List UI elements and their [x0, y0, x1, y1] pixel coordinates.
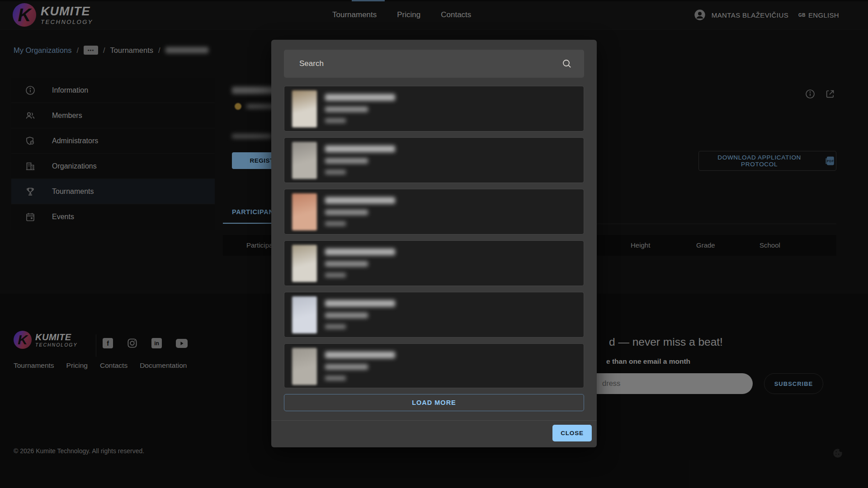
- load-more-button[interactable]: LOAD MORE: [284, 394, 584, 411]
- participant-meta-redacted: [325, 324, 346, 329]
- participant-result-row[interactable]: [284, 86, 584, 131]
- participant-result-row[interactable]: [284, 343, 584, 388]
- participant-photo: [292, 348, 317, 385]
- participant-name-redacted: [325, 145, 395, 152]
- participant-photo: [292, 90, 317, 127]
- participant-photo: [292, 142, 317, 179]
- participant-name-redacted: [325, 352, 395, 358]
- participant-meta-redacted: [325, 118, 346, 123]
- participant-name-redacted: [325, 197, 395, 204]
- participant-meta-redacted: [325, 170, 346, 174]
- participant-photo: [292, 245, 317, 282]
- participant-result-row[interactable]: [284, 292, 584, 338]
- participant-birthdate-redacted: [325, 313, 368, 318]
- participant-photo: [292, 193, 317, 230]
- participant-result-row[interactable]: [284, 137, 584, 183]
- participant-birthdate-redacted: [325, 107, 368, 112]
- search-box: [284, 50, 584, 78]
- participant-birthdate-redacted: [325, 210, 368, 215]
- participant-result-row[interactable]: [284, 189, 584, 235]
- search-input[interactable]: [299, 50, 552, 78]
- participant-result-row[interactable]: [284, 240, 584, 286]
- participant-name-redacted: [325, 94, 395, 101]
- participant-birthdate-redacted: [325, 158, 368, 164]
- search-results-list: [284, 86, 584, 388]
- participant-birthdate-redacted: [325, 261, 368, 267]
- participant-birthdate-redacted: [325, 364, 368, 370]
- participant-photo: [292, 296, 317, 333]
- close-button[interactable]: CLOSE: [552, 425, 592, 441]
- participant-meta-redacted: [325, 273, 346, 277]
- search-icon: [561, 58, 572, 69]
- participant-search-dialog: LOAD MORE CLOSE: [271, 40, 597, 447]
- participant-name-redacted: [325, 249, 395, 255]
- participant-meta-redacted: [325, 221, 346, 226]
- participant-name-redacted: [325, 300, 395, 307]
- participant-meta-redacted: [325, 376, 346, 380]
- modal-footer-divider: [271, 420, 597, 421]
